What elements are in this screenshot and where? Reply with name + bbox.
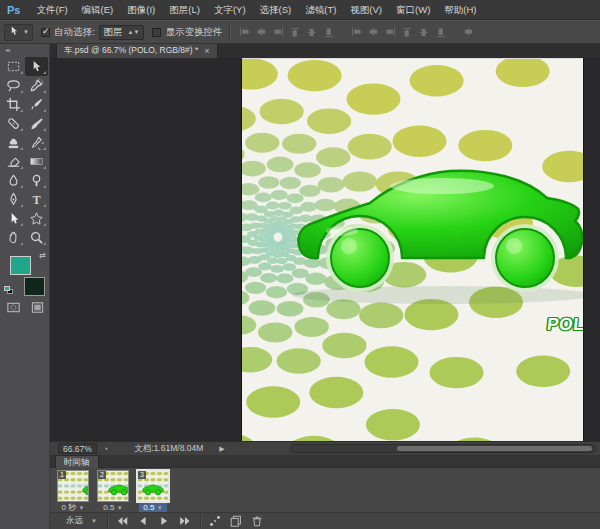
- tool-preset-picker[interactable]: ▼: [4, 24, 33, 41]
- timeline-tab-bar: 时间轴: [50, 455, 600, 468]
- animation-frame-1[interactable]: 10 秒 ▼: [55, 470, 91, 512]
- tool-grid: T: [0, 57, 49, 247]
- path-selection-tool[interactable]: [2, 209, 25, 228]
- align-icon: [366, 25, 381, 40]
- tools-panel: ◂◂ T ⇄: [0, 44, 50, 529]
- timeline-panel: 时间轴 10 秒 ▼20.5 ▼30.5 ▼ 永远 ▼: [50, 455, 600, 529]
- panel-collapse-icon[interactable]: ◂◂: [0, 44, 49, 57]
- frame-number: 3: [138, 471, 146, 479]
- playback-buttons: [112, 514, 268, 529]
- status-menu-arrow-icon[interactable]: ▶: [219, 445, 224, 453]
- previous-frame-button[interactable]: [133, 514, 154, 529]
- play-button[interactable]: [154, 514, 175, 529]
- duplicate-frame-button[interactable]: [226, 514, 247, 529]
- first-frame-button[interactable]: [112, 514, 133, 529]
- scrollbar-thumb[interactable]: [397, 446, 592, 451]
- next-frame-button[interactable]: [175, 514, 196, 529]
- frame-number: 1: [58, 471, 66, 479]
- horizontal-scrollbar[interactable]: [290, 444, 596, 453]
- quick-selection-tool[interactable]: [25, 76, 48, 95]
- auto-select-target-dropdown[interactable]: 图层 ▲▼: [99, 25, 145, 40]
- align-icon: [237, 25, 252, 40]
- align-icon: [417, 25, 432, 40]
- menu-item-edit[interactable]: 编辑(E): [75, 0, 121, 20]
- align-icon: [349, 25, 364, 40]
- align-icon: [305, 25, 320, 40]
- animation-frames: 10 秒 ▼20.5 ▼30.5 ▼: [50, 468, 600, 512]
- chevron-down-icon: ▼: [117, 505, 123, 511]
- eraser-tool[interactable]: [2, 152, 25, 171]
- document-tab-bar: 车.psd @ 66.7% (POLO, RGB/8#) * ×: [50, 44, 600, 58]
- eyedropper-tool[interactable]: [25, 95, 48, 114]
- svg-text:T: T: [32, 193, 40, 207]
- menu-item-filter[interactable]: 滤镜(T): [298, 0, 343, 20]
- artwork-text: POLO: [546, 314, 583, 335]
- custom-shape-tool[interactable]: [25, 209, 48, 228]
- document-size-info: 文档:1.61M/8.04M: [134, 443, 203, 455]
- lasso-tool[interactable]: [2, 76, 25, 95]
- tab-timeline[interactable]: 时间轴: [55, 455, 99, 468]
- screen-mode-icon[interactable]: [30, 300, 45, 319]
- move-tool-icon: [8, 25, 20, 39]
- menu-item-image[interactable]: 图像(I): [120, 0, 162, 20]
- frame-thumbnail[interactable]: 3: [136, 469, 170, 503]
- type-tool[interactable]: T: [25, 190, 48, 209]
- artwork-svg: [242, 59, 583, 443]
- menu-bar: Ps 文件(F)编辑(E)图像(I)图层(L)文字(Y)选择(S)滤镜(T)视图…: [0, 0, 600, 20]
- align-icon: [383, 25, 398, 40]
- canvas-image[interactable]: POLO: [242, 59, 583, 443]
- frame-thumbnail[interactable]: 2: [97, 470, 129, 502]
- align-icon: [288, 25, 303, 40]
- quick-mask-icon[interactable]: [6, 300, 21, 319]
- menu-item-help[interactable]: 帮助(H): [437, 0, 483, 20]
- gradient-tool[interactable]: [25, 152, 48, 171]
- default-colors-icon[interactable]: [4, 286, 13, 294]
- animation-frame-3[interactable]: 30.5 ▼: [135, 470, 171, 512]
- close-icon[interactable]: ×: [204, 46, 209, 56]
- zoom-tool[interactable]: [25, 228, 48, 247]
- status-bar: 66.67% ◔ 文档:1.61M/8.04M ▶: [50, 441, 600, 455]
- move-tool[interactable]: [25, 57, 48, 76]
- document-title: 车.psd @ 66.7% (POLO, RGB/8#) *: [64, 45, 198, 57]
- document-tab[interactable]: 车.psd @ 66.7% (POLO, RGB/8#) * ×: [56, 44, 218, 58]
- frame-thumbnail[interactable]: 1: [57, 470, 89, 502]
- menu-item-select[interactable]: 选择(S): [253, 0, 299, 20]
- options-bar: ▼ 自动选择: 图层 ▲▼ 显示变换控件: [0, 20, 600, 44]
- dodge-tool[interactable]: [25, 171, 48, 190]
- zoom-level-field[interactable]: 66.67%: [58, 443, 97, 454]
- spot-healing-brush-tool[interactable]: [2, 114, 25, 133]
- animation-frame-2[interactable]: 20.5 ▼: [95, 470, 131, 512]
- chevron-down-icon: ▼: [78, 505, 84, 511]
- loop-count-dropdown[interactable]: 永远 ▼: [60, 515, 103, 527]
- auto-select-checkbox[interactable]: [41, 28, 50, 37]
- menu-item-view[interactable]: 视图(V): [343, 0, 389, 20]
- timeline-controls: 永远 ▼: [50, 512, 600, 529]
- smudge-tool[interactable]: [2, 171, 25, 190]
- canvas-workspace: POLO: [50, 58, 600, 441]
- delete-frame-button[interactable]: [247, 514, 268, 529]
- auto-select-label: 自动选择:: [54, 26, 95, 39]
- background-color-swatch[interactable]: [24, 277, 45, 296]
- pen-tool[interactable]: [2, 190, 25, 209]
- menu-item-file[interactable]: 文件(F): [29, 0, 74, 20]
- menu-items: 文件(F)编辑(E)图像(I)图层(L)文字(Y)选择(S)滤镜(T)视图(V)…: [29, 0, 483, 20]
- rectangular-marquee-tool[interactable]: [2, 57, 25, 76]
- menu-item-type[interactable]: 文字(Y): [207, 0, 253, 20]
- hand-tool[interactable]: [2, 228, 25, 247]
- show-transform-checkbox[interactable]: [152, 28, 161, 37]
- foreground-color-swatch[interactable]: [10, 256, 31, 275]
- menu-item-window[interactable]: 窗口(W): [389, 0, 437, 20]
- chevron-down-icon: ▲▼: [128, 29, 140, 35]
- brush-tool[interactable]: [25, 114, 48, 133]
- crop-tool[interactable]: [2, 95, 25, 114]
- tween-button[interactable]: [205, 514, 226, 529]
- clone-stamp-tool[interactable]: [2, 133, 25, 152]
- chevron-down-icon: ▼: [91, 518, 97, 524]
- swap-colors-icon[interactable]: ⇄: [39, 251, 46, 260]
- align-icon: [271, 25, 286, 40]
- history-brush-tool[interactable]: [25, 133, 48, 152]
- photoshop-window: Ps 文件(F)编辑(E)图像(I)图层(L)文字(Y)选择(S)滤镜(T)视图…: [0, 0, 600, 529]
- chevron-down-icon: ▼: [157, 505, 163, 511]
- ps-logo: Ps: [4, 4, 29, 16]
- menu-item-layer[interactable]: 图层(L): [162, 0, 207, 20]
